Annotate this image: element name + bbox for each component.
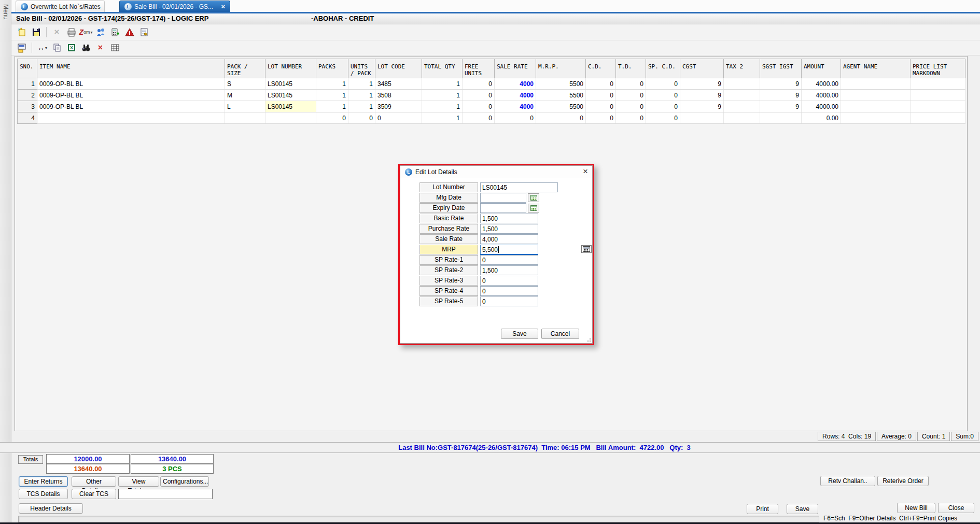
column-header[interactable]: SALE RATE	[495, 59, 536, 78]
grid-cell[interactable]: 0	[646, 112, 680, 124]
grid-cell[interactable]	[724, 112, 760, 124]
print-icon[interactable]	[65, 26, 78, 38]
grid-cell[interactable]: 0	[586, 78, 616, 90]
other-details-button[interactable]: Other Details...	[72, 476, 116, 487]
grid-cell[interactable]	[841, 112, 911, 124]
display-settings-icon[interactable]	[15, 41, 28, 54]
column-header[interactable]: M.R.P.	[536, 59, 586, 78]
column-header[interactable]: SP. C.D.	[646, 59, 680, 78]
tcs-value-input[interactable]	[118, 489, 213, 499]
grid-cell[interactable]: 5500	[536, 78, 586, 90]
row-number-cell[interactable]: 1	[18, 78, 37, 90]
resize-grip[interactable]	[586, 337, 591, 342]
new-bill-button[interactable]: New Bill	[897, 503, 935, 513]
copy-icon[interactable]	[50, 41, 63, 54]
row-number-cell[interactable]: 3	[18, 101, 37, 112]
grid-cell[interactable]: 1	[422, 112, 463, 124]
grid-cell[interactable]: 0	[463, 78, 495, 90]
zoom-icon[interactable]: Zom▾	[79, 26, 92, 38]
grid-cell[interactable]: 1	[316, 90, 348, 101]
expiry-date-calendar-button[interactable]	[528, 204, 539, 213]
grid-cell[interactable]: 3485	[375, 78, 422, 90]
grid-cell[interactable]	[911, 112, 965, 124]
grid-cell[interactable]: 1	[316, 78, 348, 90]
grid-cell[interactable]: 0	[616, 90, 646, 101]
grid-cell[interactable]: 0	[348, 112, 375, 124]
grid-cell[interactable]: 3508	[375, 90, 422, 101]
new-bill-icon[interactable]	[15, 26, 28, 38]
grid-cell[interactable]: 9	[680, 78, 724, 90]
grid-cell[interactable]: 0	[463, 90, 495, 101]
grid-cell[interactable]	[911, 90, 965, 101]
grid-cell[interactable]: 0	[646, 90, 680, 101]
grid-cell[interactable]: 1	[422, 90, 463, 101]
grid-cell[interactable]: 1	[348, 78, 375, 90]
column-header[interactable]: SGST IGST	[760, 59, 802, 78]
grid-cell[interactable]: 4000	[495, 101, 536, 112]
grid-cell[interactable]: 3509	[375, 101, 422, 112]
lot-number-input[interactable]	[480, 182, 558, 192]
sp-rate-3-input[interactable]	[480, 276, 538, 286]
grid-cell[interactable]	[760, 112, 802, 124]
grid-cell[interactable]: 0	[495, 112, 536, 124]
grid-cell[interactable]	[841, 78, 911, 90]
grid-cell[interactable]: 9	[680, 101, 724, 112]
mfg-date-calendar-button[interactable]	[528, 193, 539, 202]
column-header[interactable]: CGST	[680, 59, 724, 78]
grid-cell[interactable]: 9	[760, 101, 802, 112]
grid-cell[interactable]: 0	[646, 101, 680, 112]
grid-cell[interactable]: 0	[616, 78, 646, 90]
alert-icon[interactable]	[123, 26, 136, 38]
grid-cell[interactable]: 4000.00	[802, 90, 841, 101]
mrp-calculator-button[interactable]	[581, 245, 592, 253]
grid-cell[interactable]: LS00145	[265, 78, 316, 90]
grid-cell[interactable]: 0	[463, 112, 495, 124]
grid-lines-icon[interactable]	[108, 41, 121, 54]
sp-rate-2-input[interactable]	[480, 265, 538, 275]
column-header[interactable]: UNITS / PACK	[348, 59, 375, 78]
basic-rate-input[interactable]	[480, 214, 538, 223]
view-totals-button[interactable]: View Totals...	[118, 476, 159, 487]
grid-cell[interactable]: 0	[586, 101, 616, 112]
grid-cell[interactable]: 0009-OP-BL BL	[37, 90, 225, 101]
column-header[interactable]: FREE UNITS	[463, 59, 495, 78]
tab-sale-bill[interactable]: L Sale Bill - 02/01/2026 - GS... ×	[119, 1, 230, 12]
grid-cell[interactable]	[225, 112, 265, 124]
dialog-close-icon[interactable]: ×	[583, 167, 588, 176]
grid-cell[interactable]: 0	[586, 112, 616, 124]
grid-cell[interactable]	[841, 101, 911, 112]
grid-cell[interactable]: 0	[463, 101, 495, 112]
retv-challan-button[interactable]: Retv Challan..	[820, 476, 875, 486]
party-icon[interactable]	[94, 26, 107, 38]
column-header[interactable]: TOTAL QTY	[422, 59, 463, 78]
column-header[interactable]: PRICE LIST MARKDOWN	[911, 59, 965, 78]
grid-cell[interactable]: 4000.00	[802, 78, 841, 90]
grid-cell[interactable]: 1	[422, 78, 463, 90]
grid-cell[interactable]	[37, 112, 225, 124]
save-button[interactable]: Save	[787, 504, 818, 514]
grid-cell[interactable]	[680, 112, 724, 124]
column-header[interactable]: AMOUNT	[802, 59, 841, 78]
grid-cell[interactable]: 9	[760, 78, 802, 90]
print-button[interactable]: Print	[747, 504, 778, 514]
grid-cell[interactable]: 1	[348, 90, 375, 101]
header-details-button[interactable]: Header Details	[19, 503, 83, 514]
row-number-cell[interactable]: 2	[18, 90, 37, 101]
grid-cell[interactable]: 4000	[495, 78, 536, 90]
grid-cell[interactable]: LS00145	[265, 101, 316, 112]
column-header[interactable]: LOT CODE	[375, 59, 422, 78]
grid-cell[interactable]: L	[225, 101, 265, 112]
sp-rate-5-input[interactable]	[480, 296, 538, 306]
grid-cell[interactable]	[911, 78, 965, 90]
column-header[interactable]: AGENT NAME	[841, 59, 911, 78]
grid-cell[interactable]: M	[225, 90, 265, 101]
mfg-date-input[interactable]	[480, 193, 526, 203]
clear-tcs-button[interactable]: Clear TCS	[72, 489, 116, 499]
grid-cell[interactable]: 1	[422, 101, 463, 112]
grid-cell[interactable]: 0	[586, 90, 616, 101]
bill-details-icon[interactable]	[137, 26, 150, 38]
grid-cell[interactable]: 4000.00	[802, 101, 841, 112]
find-icon[interactable]	[79, 41, 92, 54]
grid-cell[interactable]: 0	[646, 78, 680, 90]
column-header[interactable]: ITEM NAME	[37, 59, 225, 78]
